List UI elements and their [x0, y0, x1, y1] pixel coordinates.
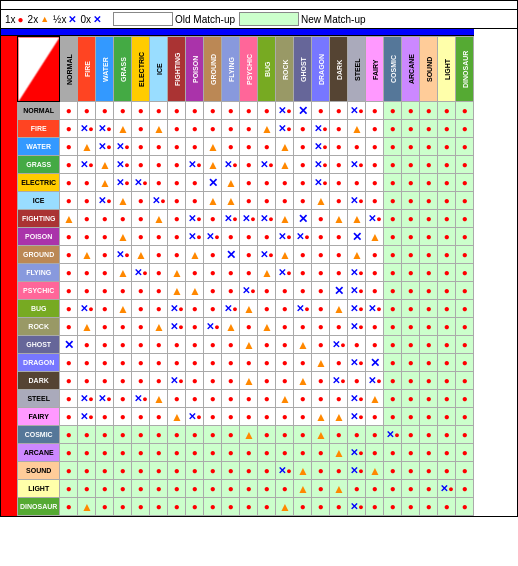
- legend-old: Old Match-up: [113, 12, 235, 26]
- cell-1-14: ✕●: [312, 120, 330, 138]
- cell-8-0: ●: [60, 246, 78, 264]
- cell-6-17: ✕●: [366, 210, 384, 228]
- cell-12-14: ●: [312, 318, 330, 336]
- cell-11-19: ●: [402, 300, 420, 318]
- legend-half: ½x ✕: [53, 14, 76, 25]
- cell-10-18: ●: [384, 282, 402, 300]
- cell-7-7: ✕●: [186, 228, 204, 246]
- cell-5-20: ●: [420, 192, 438, 210]
- cell-15-4: ●: [132, 372, 150, 390]
- cell-4-10: ●: [240, 174, 258, 192]
- cell-12-6: ✕●: [168, 318, 186, 336]
- cell-20-0: ●: [60, 462, 78, 480]
- attacking-label: [1, 36, 17, 516]
- cell-22-4: ●: [132, 498, 150, 516]
- cell-5-3: ▲: [114, 192, 132, 210]
- cell-1-12: ✕●: [276, 120, 294, 138]
- cell-22-5: ●: [150, 498, 168, 516]
- cell-0-13: ✕: [294, 102, 312, 120]
- cell-14-8: ●: [204, 354, 222, 372]
- cell-12-2: ●: [96, 318, 114, 336]
- cell-9-2: ●: [96, 264, 114, 282]
- cell-1-21: ●: [438, 120, 456, 138]
- cell-15-7: ●: [186, 372, 204, 390]
- col-rock: ROCK: [276, 37, 294, 102]
- cell-2-20: ●: [420, 138, 438, 156]
- cell-0-1: ●: [78, 102, 96, 120]
- cell-12-15: ●: [330, 318, 348, 336]
- cell-22-7: ●: [186, 498, 204, 516]
- cell-5-2: ✕●: [96, 192, 114, 210]
- cell-1-6: ●: [168, 120, 186, 138]
- cell-20-9: ●: [222, 462, 240, 480]
- cell-7-14: ●: [312, 228, 330, 246]
- cell-6-21: ●: [438, 210, 456, 228]
- cell-7-17: ▲: [366, 228, 384, 246]
- cell-9-16: ✕●: [348, 264, 366, 282]
- col-fighting: FIGHTING: [168, 37, 186, 102]
- cell-10-10: ✕●: [240, 282, 258, 300]
- cell-0-20: ●: [420, 102, 438, 120]
- cell-10-7: ▲: [186, 282, 204, 300]
- cell-1-22: ●: [456, 120, 474, 138]
- cell-17-19: ●: [402, 408, 420, 426]
- cell-3-18: ●: [384, 156, 402, 174]
- cell-17-6: ▲: [168, 408, 186, 426]
- cell-16-6: ●: [168, 390, 186, 408]
- cell-6-1: ●: [78, 210, 96, 228]
- cell-11-5: ●: [150, 300, 168, 318]
- cell-22-1: ▲: [78, 498, 96, 516]
- cell-20-13: ▲: [294, 462, 312, 480]
- cell-19-17: ●: [366, 444, 384, 462]
- cell-7-12: ✕●: [276, 228, 294, 246]
- cell-14-22: ●: [456, 354, 474, 372]
- cell-2-0: ●: [60, 138, 78, 156]
- cell-11-7: ●: [186, 300, 204, 318]
- col-steel: STEEL: [348, 37, 366, 102]
- cell-11-14: ●: [312, 300, 330, 318]
- cell-18-11: ●: [258, 426, 276, 444]
- row-header-electric: ELECTRIC: [18, 174, 60, 192]
- cell-7-9: ●: [222, 228, 240, 246]
- cell-8-1: ▲: [78, 246, 96, 264]
- cell-20-21: ●: [438, 462, 456, 480]
- cell-21-14: ●: [312, 480, 330, 498]
- cell-5-19: ●: [402, 192, 420, 210]
- cell-10-17: ●: [366, 282, 384, 300]
- cell-8-7: ▲: [186, 246, 204, 264]
- cell-6-0: ▲: [60, 210, 78, 228]
- cell-10-1: ●: [78, 282, 96, 300]
- cell-6-16: ▲: [348, 210, 366, 228]
- row-header-sound: SOUND: [18, 462, 60, 480]
- cell-13-1: ●: [78, 336, 96, 354]
- cell-12-16: ✕●: [348, 318, 366, 336]
- cell-16-13: ●: [294, 390, 312, 408]
- cell-20-22: ●: [456, 462, 474, 480]
- cell-7-21: ●: [438, 228, 456, 246]
- cell-4-1: ●: [78, 174, 96, 192]
- cell-0-14: ●: [312, 102, 330, 120]
- cell-9-12: ✕●: [276, 264, 294, 282]
- cell-18-22: ●: [456, 426, 474, 444]
- cell-14-5: ●: [150, 354, 168, 372]
- cell-17-0: ●: [60, 408, 78, 426]
- cell-18-19: ●: [402, 426, 420, 444]
- cell-7-1: ●: [78, 228, 96, 246]
- cell-12-12: ●: [276, 318, 294, 336]
- cell-1-0: ●: [60, 120, 78, 138]
- col-fire: FIRE: [78, 37, 96, 102]
- cell-7-20: ●: [420, 228, 438, 246]
- cell-16-0: ●: [60, 390, 78, 408]
- cell-21-20: ●: [420, 480, 438, 498]
- cell-21-12: ●: [276, 480, 294, 498]
- cell-13-7: ●: [186, 336, 204, 354]
- cell-0-18: ●: [384, 102, 402, 120]
- cell-21-13: ▲: [294, 480, 312, 498]
- cell-12-18: ●: [384, 318, 402, 336]
- cell-18-17: ●: [366, 426, 384, 444]
- cell-13-3: ●: [114, 336, 132, 354]
- cell-8-11: ✕●: [258, 246, 276, 264]
- cell-8-13: ●: [294, 246, 312, 264]
- row-header-ice: ICE: [18, 192, 60, 210]
- cell-9-17: ●: [366, 264, 384, 282]
